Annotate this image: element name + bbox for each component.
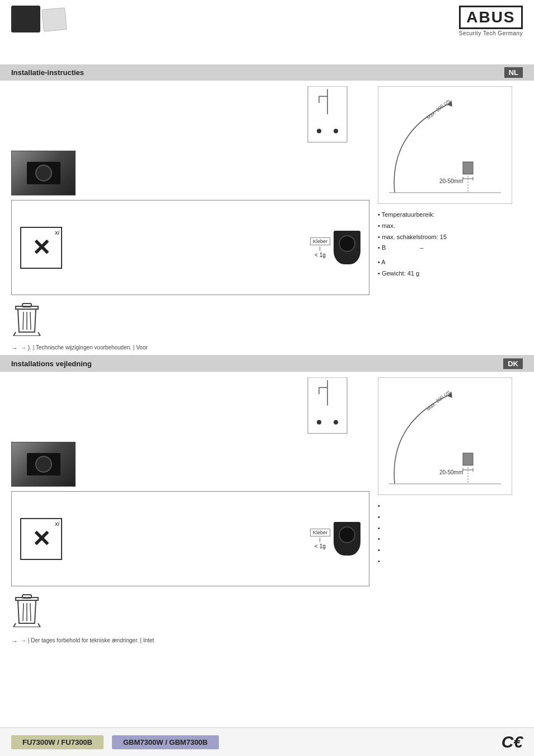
dk-footer-arrow: →	[11, 637, 18, 645]
svg-line-36	[38, 623, 40, 627]
model-tag-1: FU7300W / FU7300B	[11, 735, 104, 749]
nl-content: xi ✕ Kleber < 1g	[0, 81, 534, 342]
nl-spec-6: • Gewicht: 41 g	[378, 268, 523, 279]
nl-lang-badge: NL	[504, 67, 523, 78]
svg-rect-7	[22, 304, 31, 307]
svg-line-32	[23, 603, 24, 621]
nl-camera-image	[11, 151, 76, 195]
nl-sensor-shape	[334, 231, 360, 264]
dk-sensor-shape	[334, 522, 360, 556]
svg-line-11	[13, 332, 16, 336]
nl-spec-1: • Temperatuurbereik:	[378, 209, 523, 221]
nl-content-right: 20-50mm Max. 200 cm • Temperatuurbereik:…	[378, 86, 523, 336]
dk-connector-row	[11, 377, 369, 436]
nl-footer-arrow: →	[11, 344, 18, 352]
nl-main-row: xi ✕ Kleber < 1g	[11, 151, 369, 336]
svg-point-5	[334, 129, 338, 133]
nl-spec-5: • A	[378, 257, 523, 268]
nl-footer-text: → ). | Technische wijzigingen voorbehoud…	[21, 344, 148, 352]
svg-line-10	[30, 312, 31, 330]
dk-spec-6: •	[378, 556, 523, 567]
nl-content-left: xi ✕ Kleber < 1g	[11, 86, 369, 336]
dk-spec-1: •	[378, 501, 523, 512]
dk-arc-wrapper: 20-50mm Max. 200 cm	[378, 377, 523, 495]
nl-section-title: Installatie-instructies	[11, 68, 84, 77]
abus-tagline-text: Security Tech Germany	[459, 30, 523, 36]
nl-weight-label: < 1g	[315, 252, 326, 258]
dk-trash-svg	[11, 591, 45, 627]
model-bar: FU7300W / FU7300B GBM7300W / GBM7300B C€	[0, 727, 534, 756]
dk-left-col: xi ✕ Kleber < 1g	[11, 442, 369, 629]
svg-point-4	[317, 129, 321, 133]
dk-trash-icon	[11, 591, 369, 629]
dk-spec-5: •	[378, 545, 523, 556]
dk-arc-diagram: 20-50mm Max. 200 cm	[378, 377, 512, 495]
dk-lang-badge: DK	[503, 358, 523, 369]
nl-spec-2: • max.	[378, 221, 523, 232]
svg-line-34	[30, 603, 31, 621]
dk-specs-text: • • • • • •	[378, 501, 523, 567]
svg-rect-31	[22, 595, 31, 598]
dk-content-left: xi ✕ Kleber < 1g	[11, 377, 369, 629]
abus-logo-text: ABUS	[459, 6, 522, 29]
dk-section-bar: Installations vejledning DK	[0, 356, 534, 372]
nl-main-diagram-box: xi ✕ Kleber < 1g	[11, 200, 369, 295]
ce-mark: C€	[502, 732, 523, 752]
model-tag-2: GBM7300W / GBM7300B	[112, 735, 219, 749]
svg-text:20-50mm: 20-50mm	[439, 178, 463, 184]
dk-rohs-box: xi ✕	[20, 518, 62, 560]
nl-trash-svg	[11, 300, 45, 336]
svg-text:20-50mm: 20-50mm	[439, 469, 463, 475]
nl-footer-note: → → ). | Technische wijzigingen voorbeho…	[0, 342, 534, 355]
dk-klebe-label: Kleber	[310, 529, 330, 536]
nl-spec-3: • max. schakelstroom: 15	[378, 232, 523, 243]
dk-footer-note: → → | Der tages forbehold for tekniske æ…	[0, 634, 534, 648]
product-images	[11, 6, 66, 32]
dk-main-row: xi ✕ Kleber < 1g	[11, 442, 369, 629]
svg-point-29	[334, 420, 338, 424]
nl-rohs-box: xi ✕	[20, 227, 62, 269]
model-tags: FU7300W / FU7300B GBM7300W / GBM7300B	[11, 735, 219, 749]
nl-arc-wrapper: 20-50mm Max. 200 cm	[378, 86, 523, 204]
dk-content: xi ✕ Kleber < 1g	[0, 372, 534, 634]
page-header: ABUS Security Tech Germany	[0, 0, 534, 64]
svg-line-8	[23, 312, 24, 330]
dk-spec-4: •	[378, 534, 523, 545]
sensor-white-image	[41, 7, 67, 32]
nl-arc-diagram: 20-50mm Max. 200 cm	[378, 86, 512, 204]
svg-line-12	[38, 332, 40, 336]
dk-main-diagram-box: xi ✕ Kleber < 1g	[11, 491, 369, 586]
nl-connector-diagram	[302, 86, 353, 145]
nl-spec-4: • B –	[378, 242, 523, 254]
dk-spec-3: •	[378, 523, 523, 534]
svg-point-28	[317, 420, 321, 424]
nl-weight-indicator: Kleber < 1g	[310, 231, 360, 264]
abus-logo: ABUS Security Tech Germany	[459, 6, 523, 36]
nl-klebe-label: Kleber	[310, 237, 330, 245]
dk-connector-diagram	[302, 377, 353, 436]
nl-section-bar: Installatie-instructies NL	[0, 64, 534, 81]
sensor-dark-image	[11, 6, 40, 32]
dk-spec-2: •	[378, 512, 523, 523]
dk-footer-text: → | Der tages forbehold for tekniske ænd…	[21, 637, 154, 645]
dk-camera-image	[11, 442, 76, 487]
dk-weight-label: < 1g	[315, 543, 326, 549]
nl-connector-row	[11, 86, 369, 145]
dk-weight-indicator: Kleber < 1g	[310, 522, 360, 556]
svg-text:Max. 200 cm: Max. 200 cm	[425, 98, 451, 121]
nl-specs-text: • Temperatuurbereik: • max. • max. schak…	[378, 209, 523, 279]
svg-line-35	[13, 623, 16, 627]
dk-content-right: 20-50mm Max. 200 cm • • • • • •	[378, 377, 523, 629]
nl-trash-icon	[11, 300, 369, 336]
svg-text:Max. 200 cm: Max. 200 cm	[425, 389, 451, 412]
nl-left-col: xi ✕ Kleber < 1g	[11, 151, 369, 336]
dk-section-title: Installations vejledning	[11, 360, 92, 368]
